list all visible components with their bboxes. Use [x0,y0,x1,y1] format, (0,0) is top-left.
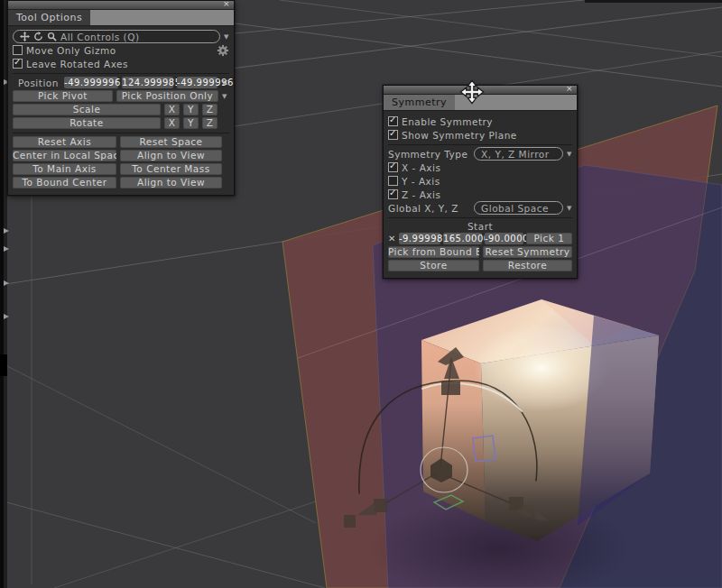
chevron-down-icon[interactable]: ▼ [567,151,572,158]
divider [13,73,229,74]
leave-rotated-axes-label: Leave Rotated Axes [26,59,128,69]
symmetry-titlebar[interactable]: × [384,86,577,95]
close-icon[interactable]: × [223,0,230,8]
global-space-value: Global Space [481,203,556,214]
clear-position-icon[interactable]: ✕ [221,77,229,88]
pick-button[interactable]: Pick 1 [526,233,572,244]
rotate-icon [33,32,43,41]
center-in-local-space-button[interactable]: Center in Local Space [13,150,116,161]
symmetry-type-dropdown[interactable]: X, Y, Z Mirror [474,147,563,161]
x-axis-label: X - Axis [402,162,440,173]
tool-options-tabrow: Tool Options [8,10,234,26]
control-mode-label: All Controls (Q) [60,32,213,42]
clear-start-icon[interactable]: ✕ [388,233,396,244]
scale-z-button[interactable]: Z [202,104,218,115]
global-xyz-label: Global X, Y, Z [388,203,470,214]
y-axis-label: Y - Axis [402,176,440,187]
reset-space-button[interactable]: Reset Space [120,136,222,148]
position-z-field[interactable]: -49.999996 [177,77,218,88]
divider [388,217,572,218]
z-axis-checkbox[interactable]: ✓ [388,189,398,199]
enable-symmetry-checkbox[interactable]: ✓ [388,116,398,126]
pick-position-only-dropdown[interactable]: Pick Position Only [116,90,218,102]
tab-tool-options[interactable]: Tool Options [8,10,90,25]
divider [13,133,229,133]
tool-options-panel[interactable]: × Tool Options Al [7,0,235,196]
viewport-top-edge [585,0,722,3]
to-bound-center-button[interactable]: To Bound Center [13,177,116,188]
symmetry-panel[interactable]: × Symmetry ✓ Enable Symmetry ✓ Show Symm… [383,85,578,279]
check-icon: ✓ [389,161,397,171]
gizmo-y-handle-cube[interactable] [441,381,460,395]
symmetry-tabrow: Symmetry [384,95,577,111]
rotate-y-button[interactable]: Y [183,117,199,129]
chevron-down-icon[interactable]: ▼ [222,93,227,100]
enable-symmetry-label: Enable Symmetry [402,116,493,127]
gear-icon[interactable] [217,44,229,57]
leave-rotated-axes-checkbox[interactable]: ✓ [13,59,23,69]
symmetry-type-label: Symmetry Type [388,149,470,160]
position-y-field[interactable]: 124.999985 [122,77,173,88]
rotate-button[interactable]: Rotate [13,117,161,129]
to-center-mass-button[interactable]: To Center Mass [120,163,222,175]
zoom-icon [47,32,57,41]
viewport-3d[interactable]: × Tool Options Al [0,0,722,588]
start-y-field[interactable]: 165.0000 [443,233,482,244]
close-icon[interactable]: × [566,84,573,93]
position-x-field[interactable]: -49.999996 [64,77,118,88]
start-x-field[interactable]: -9.99998 [399,233,440,244]
scale-y-button[interactable]: Y [183,104,199,115]
start-z-field[interactable]: -90.0000 [485,233,523,244]
reset-axis-button[interactable]: Reset Axis [13,136,116,148]
check-icon: ✓ [389,188,397,198]
to-main-axis-button[interactable]: To Main Axis [13,163,116,175]
show-symmetry-plane-checkbox[interactable]: ✓ [388,130,398,140]
rotate-x-button[interactable]: X [164,117,180,129]
scale-x-button[interactable]: X [164,104,180,115]
move-only-gizmo-label: Move Only Gizmo [26,45,213,56]
start-section-label: Start [467,221,493,232]
show-symmetry-plane-label: Show Symmetry Plane [402,130,517,141]
chevron-down-icon[interactable]: ▼ [224,33,229,41]
y-axis-checkbox[interactable] [388,176,398,186]
scale-button[interactable]: Scale [13,104,161,115]
restore-button[interactable]: Restore [483,260,572,271]
check-icon: ✓ [14,57,22,68]
gizmo-x-end-cube[interactable] [344,515,356,528]
align-to-view-button-2[interactable]: Align to View [120,177,222,188]
chevron-down-icon[interactable]: ▼ [567,205,572,212]
check-icon: ✓ [389,115,397,125]
move-only-gizmo-checkbox[interactable] [13,45,23,55]
pick-pivot-button[interactable]: Pick Pivot [13,90,113,102]
tab-symmetry[interactable]: Symmetry [384,95,455,110]
symmetry-type-value: X, Y, Z Mirror [481,149,556,160]
store-button[interactable]: Store [388,260,479,271]
align-to-view-button[interactable]: Align to View [120,150,222,161]
position-label: Position [13,78,60,88]
z-axis-label: Z - Axis [402,189,440,200]
tool-options-titlebar[interactable]: × [8,1,234,10]
pick-from-bound-box-button[interactable]: Pick from Bound Bo [388,246,479,258]
control-mode-dropdown[interactable]: All Controls (Q) [13,30,220,43]
rotate-z-button[interactable]: Z [202,117,218,129]
check-icon: ✓ [389,128,397,139]
x-axis-checkbox[interactable]: ✓ [388,162,398,172]
move-icon [20,32,30,41]
reset-symmetry-button[interactable]: Reset Symmetry [483,246,572,258]
global-space-dropdown[interactable]: Global Space [474,201,563,215]
divider [388,144,572,145]
